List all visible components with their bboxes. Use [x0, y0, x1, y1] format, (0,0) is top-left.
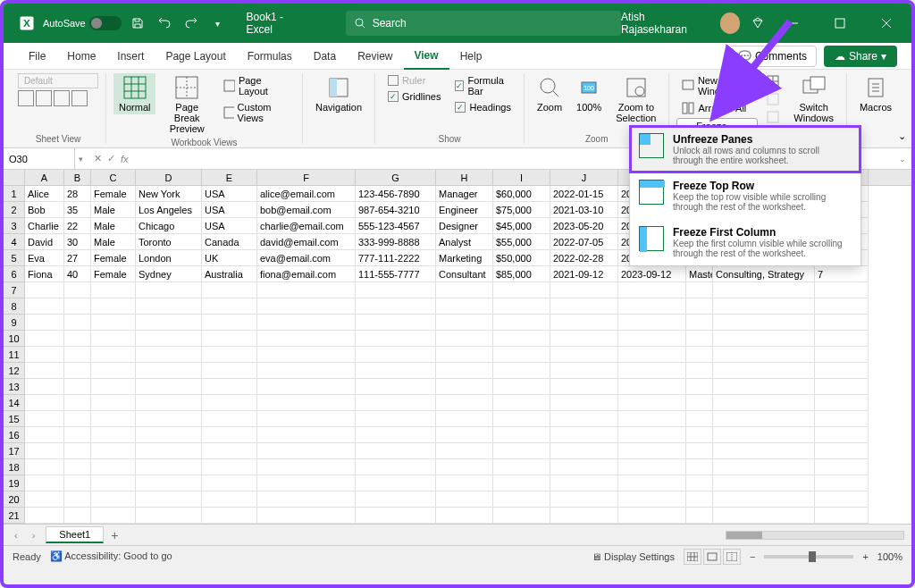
cell[interactable] — [25, 443, 64, 459]
cell[interactable] — [202, 395, 257, 411]
cell[interactable] — [25, 347, 64, 363]
page-break-button[interactable]: Page Break Preview — [159, 73, 214, 136]
cell[interactable] — [356, 411, 436, 427]
cell[interactable]: 2022-01-15 — [550, 186, 618, 202]
cell[interactable] — [436, 508, 493, 524]
cell[interactable]: Designer — [436, 218, 493, 234]
page-break-view-icon[interactable] — [723, 549, 741, 565]
cell[interactable] — [815, 315, 869, 331]
cell[interactable] — [202, 331, 257, 347]
cell[interactable]: Bob — [25, 202, 64, 218]
row-header[interactable]: 9 — [4, 315, 25, 331]
qat-dropdown-icon[interactable]: ▾ — [207, 13, 229, 34]
display-settings-button[interactable]: 🖥 Display Settings — [592, 551, 675, 562]
column-header[interactable]: H — [436, 170, 493, 185]
cell[interactable]: 2022-02-28 — [550, 250, 618, 266]
cell[interactable] — [356, 331, 436, 347]
cell[interactable] — [202, 508, 257, 524]
cell[interactable] — [550, 379, 618, 395]
cell[interactable] — [25, 411, 64, 427]
cell[interactable] — [713, 475, 815, 491]
name-box[interactable]: O30 — [4, 148, 75, 169]
cell[interactable] — [64, 282, 91, 298]
cell[interactable]: Toronto — [136, 234, 202, 250]
cell[interactable]: 2022-07-05 — [550, 234, 618, 250]
diamond-icon[interactable] — [751, 16, 765, 30]
macros-button[interactable]: Macros — [854, 73, 897, 114]
undo-icon[interactable] — [154, 13, 175, 34]
cell[interactable] — [815, 508, 869, 524]
cell[interactable] — [493, 315, 550, 331]
cell[interactable] — [618, 298, 686, 315]
cell[interactable]: Male — [91, 218, 136, 234]
cell[interactable]: Canada — [202, 234, 257, 250]
row-header[interactable]: 10 — [4, 331, 25, 347]
maximize-button[interactable] — [822, 10, 858, 37]
cell[interactable] — [436, 395, 493, 411]
autosave-toggle[interactable]: AutoSave Off — [43, 16, 116, 30]
cell[interactable]: 777-111-2222 — [356, 250, 436, 266]
cell[interactable] — [686, 298, 713, 315]
tab-formulas[interactable]: Formulas — [237, 43, 303, 70]
cell[interactable] — [356, 282, 436, 298]
cell[interactable] — [91, 395, 136, 411]
cell[interactable] — [356, 395, 436, 411]
freeze-top-row-item[interactable]: Freeze Top RowKeep the top row visible w… — [630, 172, 860, 219]
row-header[interactable]: 20 — [4, 491, 25, 508]
cell[interactable] — [550, 298, 618, 315]
cell[interactable] — [91, 459, 136, 475]
cell[interactable] — [64, 298, 91, 315]
cell[interactable] — [618, 475, 686, 491]
cell[interactable] — [356, 298, 436, 315]
cell[interactable]: 123-456-7890 — [356, 186, 436, 202]
row-header[interactable]: 7 — [4, 282, 25, 298]
cell[interactable] — [436, 443, 493, 459]
cell[interactable] — [618, 491, 686, 508]
cell[interactable] — [91, 491, 136, 508]
cell[interactable] — [136, 395, 202, 411]
cell[interactable] — [202, 475, 257, 491]
cell[interactable]: 7 — [815, 266, 869, 282]
cell[interactable]: Chicago — [136, 218, 202, 234]
cell[interactable] — [64, 411, 91, 427]
cell[interactable] — [91, 475, 136, 491]
cell[interactable]: 30 — [64, 234, 91, 250]
freeze-first-column-item[interactable]: Freeze First ColumnKeep the first column… — [630, 219, 860, 265]
cell[interactable] — [550, 459, 618, 475]
sheet-view-select[interactable]: Default — [18, 73, 98, 88]
cell[interactable] — [136, 282, 202, 298]
cell[interactable] — [25, 459, 64, 475]
cell[interactable] — [64, 331, 91, 347]
cell[interactable] — [91, 331, 136, 347]
cell[interactable] — [91, 443, 136, 459]
cell[interactable] — [618, 427, 686, 443]
cell[interactable]: bob@email.com — [257, 202, 356, 218]
close-button[interactable] — [869, 10, 904, 37]
cell[interactable] — [713, 443, 815, 459]
cell[interactable] — [550, 427, 618, 443]
cell[interactable] — [257, 298, 356, 315]
cell[interactable] — [815, 363, 869, 379]
cell[interactable] — [550, 282, 618, 298]
row-header[interactable]: 1 — [4, 186, 25, 202]
tab-page-layout[interactable]: Page Layout — [155, 43, 236, 70]
cell[interactable] — [257, 427, 356, 443]
row-header[interactable]: 15 — [4, 411, 25, 427]
cell[interactable] — [64, 475, 91, 491]
cell[interactable] — [25, 491, 64, 508]
cell[interactable]: Male — [91, 202, 136, 218]
cell[interactable]: USA — [202, 202, 257, 218]
zoom-100-button[interactable]: 100100% — [571, 73, 607, 114]
cell[interactable] — [493, 427, 550, 443]
cell[interactable] — [64, 347, 91, 363]
cell[interactable] — [257, 508, 356, 524]
split-button[interactable] — [761, 73, 785, 89]
cell[interactable]: 555-123-4567 — [356, 218, 436, 234]
row-header[interactable]: 4 — [4, 234, 25, 250]
cell[interactable] — [436, 475, 493, 491]
avatar[interactable] — [720, 13, 741, 34]
cell[interactable] — [436, 347, 493, 363]
cell[interactable] — [493, 459, 550, 475]
cell[interactable]: Analyst — [436, 234, 493, 250]
search-input[interactable]: Search — [346, 11, 621, 36]
